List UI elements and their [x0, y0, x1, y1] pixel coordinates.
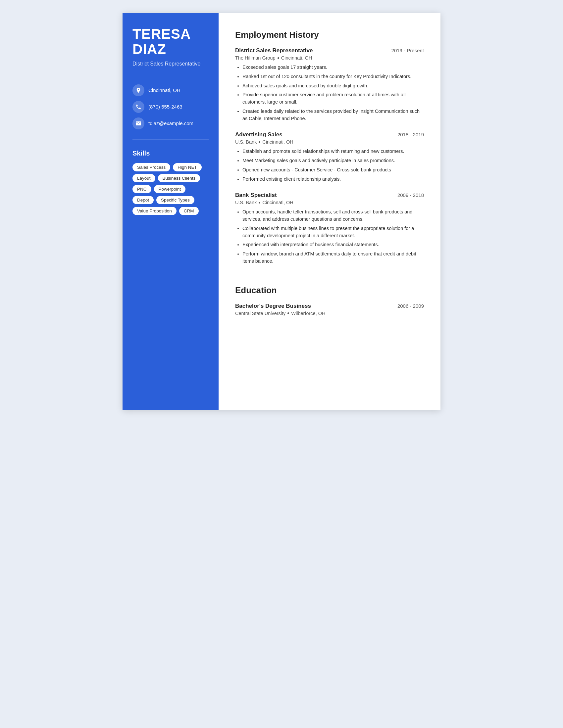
- skill-tag: CRM: [179, 207, 199, 215]
- job-header: Advertising Sales2018 - 2019: [235, 131, 424, 138]
- contact-location: Cincinnati, OH: [132, 84, 209, 96]
- bullet-item: Establish and promote solid relationship…: [242, 148, 424, 155]
- sidebar-header: TERESA DIAZ District Sales Representativ…: [122, 13, 218, 78]
- company-location: Cincinnati, OH: [262, 200, 293, 205]
- bullet-item: Ranked 1st out of 120 consultants in the…: [242, 73, 424, 80]
- job-title: Bank Specialist: [235, 192, 277, 199]
- sidebar: TERESA DIAZ District Sales Representativ…: [122, 13, 218, 410]
- contact-email: tdiaz@example.com: [132, 117, 209, 129]
- skill-tag: PNC: [132, 185, 151, 193]
- employment-section-title: Employment History: [235, 30, 424, 40]
- bullet-item: Performed existing client relationship a…: [242, 176, 424, 183]
- education-header: Bachelor's Degree Business2006 - 2009: [235, 303, 424, 309]
- education-section-title: Education: [235, 285, 424, 296]
- separator-dot: [258, 141, 260, 143]
- bullet-item: Achieved sales goals and increased by do…: [242, 82, 424, 90]
- separator-dot: [258, 202, 260, 204]
- phone-icon: [132, 101, 144, 113]
- job-bullets: Open accounts, handle teller transaction…: [235, 208, 424, 265]
- skill-tag: Business Clients: [158, 174, 200, 182]
- bullet-item: Opened new accounts - Customer Service -…: [242, 166, 424, 174]
- job-company: U.S. BankCincinnati, OH: [235, 139, 424, 145]
- employment-section: Employment History District Sales Repres…: [235, 30, 424, 265]
- job-block: Advertising Sales2018 - 2019U.S. BankCin…: [235, 131, 424, 183]
- jobs-container: District Sales Representative2019 - Pres…: [235, 47, 424, 265]
- job-header: District Sales Representative2019 - Pres…: [235, 47, 424, 54]
- section-divider: [235, 275, 424, 275]
- location-icon: [132, 84, 144, 96]
- bullet-item: Provide superior customer service and pr…: [242, 91, 424, 106]
- company-name: The Hillman Group: [235, 55, 275, 61]
- skill-tag: High NET: [173, 163, 202, 171]
- education-container: Bachelor's Degree Business2006 - 2009Cen…: [235, 303, 424, 316]
- skill-tag: Depot: [132, 196, 154, 204]
- company-location: Cincinnati, OH: [262, 139, 293, 145]
- skill-tag: Layout: [132, 174, 155, 182]
- job-block: District Sales Representative2019 - Pres…: [235, 47, 424, 122]
- job-company: U.S. BankCincinnati, OH: [235, 200, 424, 205]
- bullet-item: Exceeded sales goals 17 straight years.: [242, 64, 424, 71]
- skills-tags-container: Sales ProcessHigh NETLayoutBusiness Clie…: [132, 163, 209, 215]
- school-name: Central State University: [235, 311, 286, 316]
- separator-dot: [277, 57, 279, 59]
- skill-tag: Sales Process: [132, 163, 170, 171]
- school-info: Central State UniversityWilberforce, OH: [235, 311, 424, 316]
- job-bullets: Establish and promote solid relationship…: [235, 148, 424, 183]
- bullet-item: Meet Marketing sales goals and actively …: [242, 157, 424, 164]
- main-content: Employment History District Sales Repres…: [218, 13, 441, 410]
- resume-container: TERESA DIAZ District Sales Representativ…: [122, 13, 441, 410]
- skills-section: Skills Sales ProcessHigh NETLayoutBusine…: [122, 140, 218, 225]
- job-company: The Hillman GroupCincinnati, OH: [235, 55, 424, 61]
- job-bullets: Exceeded sales goals 17 straight years.R…: [235, 64, 424, 122]
- contact-section: Cincinnati, OH (870) 555-2463 tdiaz@exam…: [122, 78, 218, 139]
- job-title: Advertising Sales: [235, 131, 283, 138]
- job-title: District Sales Representative: [235, 47, 313, 54]
- company-name: U.S. Bank: [235, 200, 257, 205]
- company-location: Cincinnati, OH: [281, 55, 312, 61]
- skills-heading: Skills: [132, 150, 209, 157]
- job-header: Bank Specialist2009 - 2018: [235, 192, 424, 199]
- skill-tag: Value Proposition: [132, 207, 176, 215]
- skill-tag: Specific Types: [156, 196, 194, 204]
- job-block: Bank Specialist2009 - 2018U.S. BankCinci…: [235, 192, 424, 265]
- school-location: Wilberforce, OH: [291, 311, 325, 316]
- degree-title: Bachelor's Degree Business: [235, 303, 311, 309]
- candidate-title: District Sales Representative: [132, 60, 209, 68]
- separator-dot: [288, 312, 289, 314]
- bullet-item: Created leads daily related to the servi…: [242, 108, 424, 122]
- bullet-item: Open accounts, handle teller transaction…: [242, 208, 424, 223]
- bullet-item: Collaborated with multiple business line…: [242, 225, 424, 240]
- candidate-name: TERESA DIAZ: [132, 26, 209, 57]
- education-block: Bachelor's Degree Business2006 - 2009Cen…: [235, 303, 424, 316]
- bullet-item: Perform window, branch and ATM settlemen…: [242, 250, 424, 265]
- skill-tag: Powerpoint: [154, 185, 186, 193]
- education-dates: 2006 - 2009: [398, 303, 424, 309]
- job-dates: 2018 - 2019: [398, 132, 424, 137]
- contact-phone: (870) 555-2463: [132, 101, 209, 113]
- education-section: Education Bachelor's Degree Business2006…: [235, 285, 424, 316]
- company-name: U.S. Bank: [235, 139, 257, 145]
- job-dates: 2009 - 2018: [398, 192, 424, 198]
- job-dates: 2019 - Present: [392, 48, 424, 53]
- bullet-item: Experienced with interpretation of busin…: [242, 241, 424, 249]
- email-icon: [132, 117, 144, 129]
